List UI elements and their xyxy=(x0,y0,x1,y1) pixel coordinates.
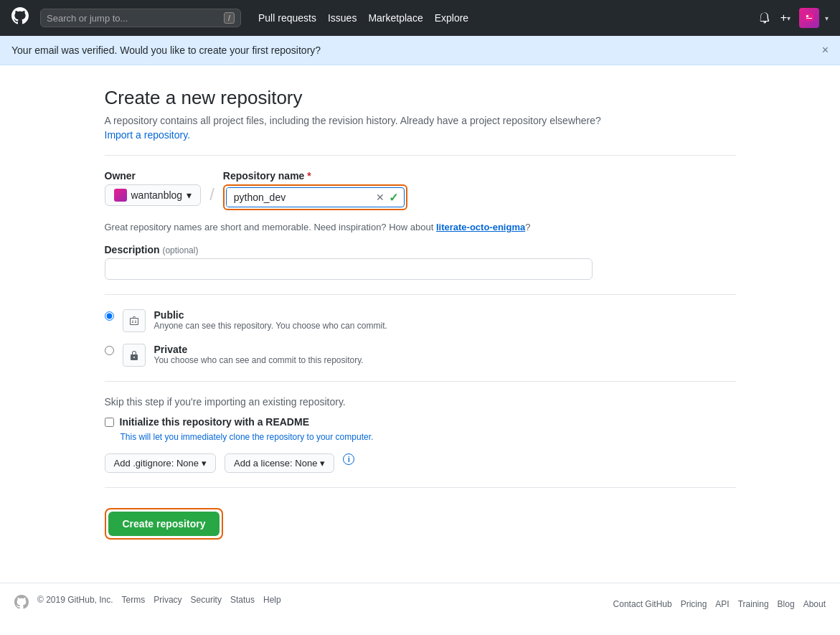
description-label: Description (optional) xyxy=(105,244,736,255)
plus-menu-button[interactable]: + ▾ xyxy=(778,9,793,27)
private-title: Private xyxy=(154,344,364,355)
navbar: / Pull requests Issues Marketplace Explo… xyxy=(0,0,840,36)
create-repository-button[interactable]: Create repository xyxy=(108,512,220,536)
divider-2 xyxy=(105,294,736,295)
info-icon[interactable]: i xyxy=(343,453,354,465)
owner-select-button[interactable]: wantanblog ▾ xyxy=(105,184,202,206)
initialize-section: Skip this step if you're importing an ex… xyxy=(105,396,736,473)
visibility-section: Public Anyone can see this repository. Y… xyxy=(105,309,736,367)
repo-name-input[interactable] xyxy=(227,188,370,207)
description-field-group: Description (optional) xyxy=(105,244,736,280)
owner-value: wantanblog xyxy=(131,189,183,201)
gitignore-label: Add .gitignore: None xyxy=(114,458,199,469)
license-label: Add a license: None xyxy=(234,458,317,469)
svg-rect-1 xyxy=(806,15,808,17)
public-option: Public Anyone can see this repository. Y… xyxy=(105,309,736,332)
owner-label: Owner xyxy=(105,170,202,182)
footer-contact[interactable]: Contact GitHub xyxy=(613,599,672,609)
footer-security[interactable]: Security xyxy=(191,595,222,613)
footer: © 2019 GitHub, Inc. Terms Privacy Securi… xyxy=(0,583,840,624)
repo-name-wrapper: ✕ ✓ xyxy=(223,184,407,210)
slash-key: / xyxy=(224,12,235,24)
footer-copyright[interactable]: © 2019 GitHub, Inc. xyxy=(37,595,113,613)
page-subtitle: A repository contains all project files,… xyxy=(105,115,736,126)
owner-repo-row: Owner wantanblog ▾ / Repository name * ✕… xyxy=(105,170,736,210)
footer-privacy[interactable]: Privacy xyxy=(154,595,181,613)
svg-rect-0 xyxy=(805,14,813,21)
import-link[interactable]: Import a repository. xyxy=(105,129,191,141)
check-icon: ✓ xyxy=(389,191,398,204)
footer-training[interactable]: Training xyxy=(738,599,769,609)
required-marker: * xyxy=(307,170,311,182)
repo-name-field-group: Repository name * ✕ ✓ xyxy=(223,170,407,210)
init-readme-desc: This will let you immediately clone the … xyxy=(121,432,736,442)
repo-name-label: Repository name * xyxy=(223,170,407,182)
footer-terms[interactable]: Terms xyxy=(122,595,146,613)
create-button-wrapper: Create repository xyxy=(105,508,224,540)
license-button[interactable]: Add a license: None ▾ xyxy=(225,453,334,473)
footer-right: Contact GitHub Pricing API Training Blog… xyxy=(613,599,826,609)
footer-help[interactable]: Help xyxy=(263,595,281,613)
nav-issues[interactable]: Issues xyxy=(328,12,357,24)
public-radio[interactable] xyxy=(105,311,114,321)
divider-3 xyxy=(105,381,736,382)
nav-explore[interactable]: Explore xyxy=(435,12,468,24)
footer-about[interactable]: About xyxy=(803,599,826,609)
footer-left: © 2019 GitHub, Inc. Terms Privacy Securi… xyxy=(14,595,281,613)
private-radio[interactable] xyxy=(105,346,114,355)
private-icon xyxy=(123,344,146,367)
slash-separator: / xyxy=(209,170,214,203)
banner-close-button[interactable]: × xyxy=(822,44,829,56)
footer-logo-icon xyxy=(14,595,29,613)
main-content: Create a new repository A repository con… xyxy=(90,65,750,583)
owner-dropdown-icon: ▾ xyxy=(187,189,192,201)
private-option: Private You choose who can see and commi… xyxy=(105,344,736,367)
gitignore-dropdown-icon: ▾ xyxy=(202,458,207,469)
license-dropdown-icon: ▾ xyxy=(320,458,325,469)
init-readme-label: Initialize this repository with a README xyxy=(120,416,309,428)
public-desc: Anyone can see this repository. You choo… xyxy=(154,321,387,331)
private-desc: You choose who can see and commit to thi… xyxy=(154,355,364,365)
repo-name-inner: ✕ ✓ xyxy=(226,187,405,207)
search-box[interactable]: / xyxy=(40,9,241,27)
public-text: Public Anyone can see this repository. Y… xyxy=(154,309,387,331)
nav-links: Pull requests Issues Marketplace Explore xyxy=(258,12,468,24)
repo-name-icons: ✕ ✓ xyxy=(370,191,404,204)
init-readme-checkbox[interactable] xyxy=(105,418,114,427)
banner-text: Your email was verified. Would you like … xyxy=(11,44,321,56)
clear-repo-name-icon[interactable]: ✕ xyxy=(376,192,384,203)
gitignore-button[interactable]: Add .gitignore: None ▾ xyxy=(105,453,217,473)
owner-field-group: Owner wantanblog ▾ xyxy=(105,170,202,206)
suggestion-link[interactable]: literate-octo-enigma xyxy=(436,222,525,232)
skip-text: Skip this step if you're importing an ex… xyxy=(105,396,736,408)
footer-blog[interactable]: Blog xyxy=(778,599,795,609)
navbar-right: + ▾ ▾ xyxy=(756,8,829,28)
svg-rect-2 xyxy=(806,18,812,19)
init-checkbox-row: Initialize this repository with a README xyxy=(105,416,736,428)
avatar[interactable] xyxy=(799,8,819,28)
nav-pull-requests[interactable]: Pull requests xyxy=(258,12,316,24)
public-title: Public xyxy=(154,309,387,321)
description-input[interactable] xyxy=(105,258,593,280)
github-logo-icon[interactable] xyxy=(11,7,29,29)
optional-label: (optional) xyxy=(162,245,198,255)
footer-status[interactable]: Status xyxy=(230,595,255,613)
owner-avatar-icon xyxy=(114,189,127,202)
footer-pricing[interactable]: Pricing xyxy=(681,599,707,609)
repo-name-hint: Great repository names are short and mem… xyxy=(105,222,736,232)
addon-buttons: Add .gitignore: None ▾ Add a license: No… xyxy=(105,453,736,473)
notifications-button[interactable] xyxy=(756,9,772,27)
page-title: Create a new repository xyxy=(105,87,736,109)
search-input[interactable] xyxy=(47,13,220,24)
public-icon xyxy=(123,309,146,332)
nav-marketplace[interactable]: Marketplace xyxy=(368,12,423,24)
footer-api[interactable]: API xyxy=(715,599,729,609)
divider-1 xyxy=(105,155,736,156)
verification-banner: Your email was verified. Would you like … xyxy=(0,36,840,65)
private-text: Private You choose who can see and commi… xyxy=(154,344,364,365)
divider-4 xyxy=(105,487,736,488)
